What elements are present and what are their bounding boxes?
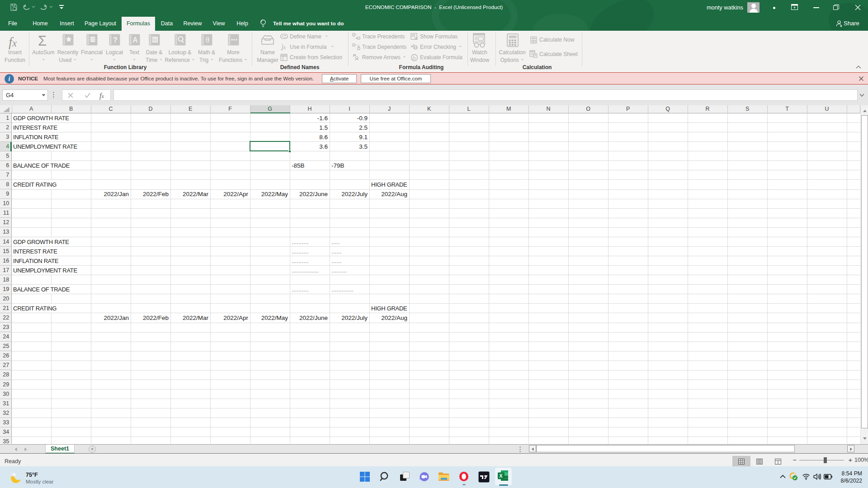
svg-text:θ: θ bbox=[205, 36, 209, 44]
svg-text:fx: fx bbox=[282, 44, 286, 51]
svg-text:15: 15 bbox=[411, 34, 415, 37]
svg-text:?: ? bbox=[113, 36, 118, 44]
svg-text:fx: fx bbox=[412, 55, 416, 61]
svg-text:A: A bbox=[132, 36, 138, 44]
svg-text:X: X bbox=[499, 473, 503, 479]
